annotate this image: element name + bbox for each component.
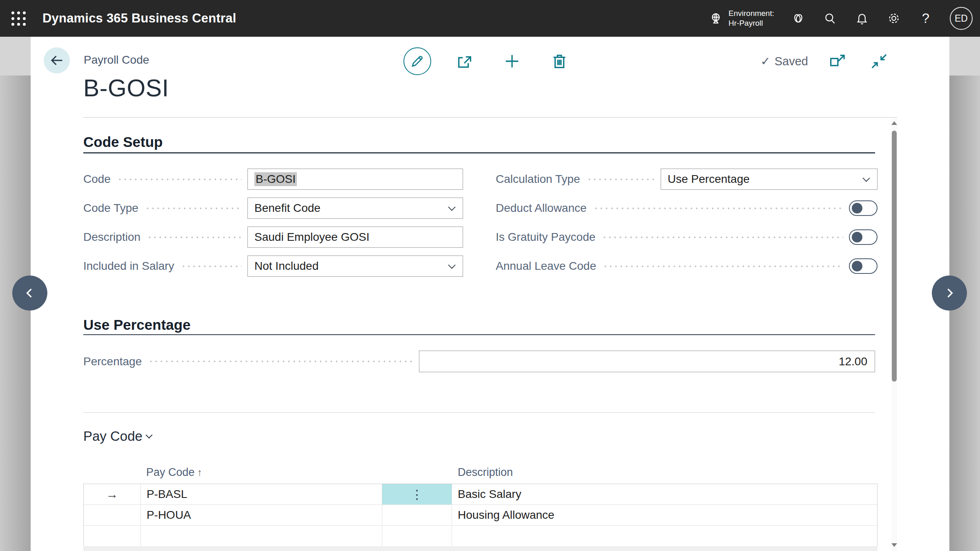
check-icon: ✓ xyxy=(760,54,770,68)
table-row[interactable]: P-HOUA Housing Allowance xyxy=(84,505,877,526)
dotted-leader xyxy=(117,178,242,180)
sort-ascending-icon: ↑ xyxy=(197,467,203,478)
toggle-knob xyxy=(852,261,862,271)
calculation-type-select[interactable]: Use Percentage xyxy=(661,169,878,190)
chevron-down-icon xyxy=(448,203,455,211)
code-type-value: Benefit Code xyxy=(254,202,321,215)
page-caption[interactable]: Payroll Code xyxy=(84,53,149,67)
toggle-knob xyxy=(852,232,862,242)
description-cell[interactable]: Housing Allowance xyxy=(452,505,877,525)
column-header-description[interactable]: Description xyxy=(458,466,513,479)
calculation-type-label: Calculation Type xyxy=(496,173,580,186)
row-options-ellipsis-icon[interactable]: ⋮ xyxy=(382,484,452,504)
save-status-cluster: ✓ Saved xyxy=(760,47,893,75)
edit-pencil-icon[interactable] xyxy=(403,47,431,75)
included-in-salary-select[interactable]: Not Included xyxy=(247,256,463,277)
environment-label: Environment: xyxy=(728,9,774,18)
code-setup-heading-rule xyxy=(83,152,875,153)
pay-code-cell[interactable]: P-HOUA xyxy=(141,505,382,525)
code-input[interactable]: B-GOSI xyxy=(247,169,463,190)
field-row-code-type: Code Type Benefit Code xyxy=(83,198,463,219)
save-status: ✓ Saved xyxy=(760,54,808,68)
dotted-leader xyxy=(145,207,242,209)
topbar-right-cluster: Environment: Hr-Payroll ? ED xyxy=(708,0,973,37)
code-setup-heading[interactable]: Code Setup xyxy=(83,134,163,150)
record-action-bar xyxy=(403,47,573,75)
save-status-label: Saved xyxy=(775,55,808,68)
vertical-scrollbar[interactable] xyxy=(891,118,897,551)
field-row-code: Code B-GOSI xyxy=(83,169,463,190)
search-icon[interactable] xyxy=(822,11,838,26)
field-row-annual-leave-code: Annual Leave Code xyxy=(496,256,878,277)
is-gratuity-paycode-toggle[interactable] xyxy=(849,229,878,245)
environment-text: Environment: Hr-Payroll xyxy=(728,9,774,28)
app-title[interactable]: Dynamics 365 Business Central xyxy=(42,11,236,26)
back-button[interactable] xyxy=(44,47,70,73)
description-label: Description xyxy=(83,231,140,244)
delete-trash-icon[interactable] xyxy=(546,47,573,75)
deduct-allowance-label: Deduct Allowance xyxy=(496,202,587,215)
next-record-button[interactable] xyxy=(932,276,967,311)
dotted-leader xyxy=(587,178,655,180)
new-record-plus-icon[interactable] xyxy=(498,47,526,75)
open-in-new-window-icon[interactable] xyxy=(823,47,851,75)
dotted-leader xyxy=(147,236,242,238)
percentage-label: Percentage xyxy=(83,355,142,368)
toggle-knob xyxy=(852,203,862,213)
user-avatar[interactable]: ED xyxy=(950,7,973,30)
description-value: Saudi Employee GOSI xyxy=(254,231,370,244)
settings-gear-icon[interactable] xyxy=(886,11,902,26)
use-percentage-heading[interactable]: Use Percentage xyxy=(83,317,191,333)
previous-record-button[interactable] xyxy=(12,276,47,311)
help-icon[interactable]: ? xyxy=(918,11,933,26)
scrollbar-thumb[interactable] xyxy=(892,131,897,382)
row-indicator-empty xyxy=(84,526,141,546)
pay-code-cell[interactable] xyxy=(141,526,382,546)
dotted-leader xyxy=(148,360,413,362)
code-type-select[interactable]: Benefit Code xyxy=(247,198,463,219)
share-icon[interactable] xyxy=(451,47,479,75)
section-divider xyxy=(83,412,875,413)
dotted-leader xyxy=(602,236,843,238)
app-launcher-waffle-icon[interactable] xyxy=(0,0,37,37)
is-gratuity-paycode-label: Is Gratuity Paycode xyxy=(496,231,595,244)
pay-code-part-caption[interactable]: Pay Code xyxy=(83,429,151,444)
scrollbar-down-arrow[interactable] xyxy=(891,542,897,548)
description-cell[interactable] xyxy=(452,526,877,546)
pay-code-cell[interactable]: P-BASL xyxy=(141,484,382,504)
description-input[interactable]: Saudi Employee GOSI xyxy=(247,227,463,248)
title-divider xyxy=(83,117,897,118)
calculation-type-value: Use Percentage xyxy=(668,173,750,186)
dotted-leader xyxy=(181,265,242,267)
dotted-leader xyxy=(603,265,843,267)
code-setup-left-column: Code B-GOSI Code Type Benefit Code Descr… xyxy=(83,169,463,284)
top-navigation-bar: Dynamics 365 Business Central Environmen… xyxy=(0,0,980,37)
scrollbar-up-arrow[interactable] xyxy=(891,120,897,126)
description-cell[interactable]: Basic Salary xyxy=(452,484,877,504)
field-row-calculation-type: Calculation Type Use Percentage xyxy=(496,169,878,190)
chevron-down-icon xyxy=(862,174,870,182)
row-options-cell[interactable] xyxy=(382,526,452,546)
table-row[interactable]: → P-BASL ⋮ Basic Salary xyxy=(84,484,877,505)
table-row[interactable] xyxy=(84,526,877,547)
environment-chip[interactable]: Environment: Hr-Payroll xyxy=(708,9,774,28)
dotted-leader xyxy=(593,207,843,209)
environment-globe-icon xyxy=(708,11,724,26)
pay-code-table: → P-BASL ⋮ Basic Salary P-HOUA Housing A… xyxy=(83,484,878,547)
collapse-page-icon[interactable] xyxy=(865,47,893,75)
code-label: Code xyxy=(83,173,111,186)
field-row-description: Description Saudi Employee GOSI xyxy=(83,227,463,248)
deduct-allowance-toggle[interactable] xyxy=(849,200,878,216)
code-setup-right-column: Calculation Type Use Percentage Deduct A… xyxy=(496,169,878,284)
active-row-indicator-icon: → xyxy=(84,484,141,504)
field-row-deduct-allowance: Deduct Allowance xyxy=(496,198,878,219)
copilot-icon[interactable] xyxy=(791,11,806,26)
annual-leave-code-toggle[interactable] xyxy=(849,258,878,274)
chevron-down-icon xyxy=(145,432,152,439)
notifications-bell-icon[interactable] xyxy=(854,11,870,26)
annual-leave-code-label: Annual Leave Code xyxy=(496,260,596,273)
row-options-cell[interactable] xyxy=(382,505,452,525)
percentage-input[interactable]: 12.00 xyxy=(419,351,875,372)
payroll-code-card: Payroll Code ✓ Saved B-GOSI Code Setup xyxy=(31,37,949,551)
column-header-pay-code[interactable]: Pay Code↑ xyxy=(146,466,202,479)
